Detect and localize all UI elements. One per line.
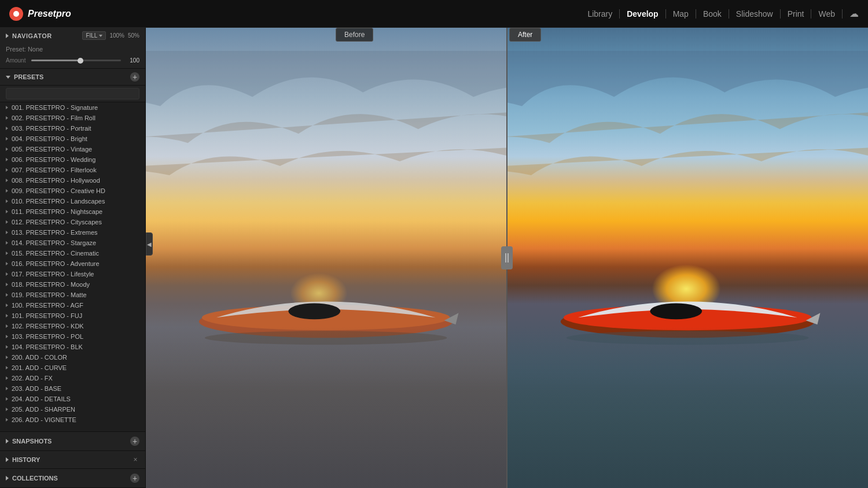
preset-item-005[interactable]: 005. PRESETPRO - Vintage (0, 144, 145, 154)
after-clouds (507, 51, 868, 235)
history-header[interactable]: History × (0, 451, 145, 469)
fill-chevron (99, 35, 102, 37)
preset-item-019[interactable]: 019. PRESETPRO - Matte (0, 290, 145, 300)
nav-slideshow[interactable]: Slideshow (729, 9, 781, 19)
preset-item-101[interactable]: 101. PRESETPRO - FUJ (0, 310, 145, 321)
nav-web[interactable]: Web (811, 9, 843, 19)
navigator-section: Navigator FILL 100% 50% Preset: None Amo… (0, 28, 145, 69)
search-box (0, 86, 145, 102)
preset-arrow (6, 293, 8, 297)
before-clouds (146, 51, 506, 235)
preset-item-002[interactable]: 002. PRESETPRO - Film Roll (0, 113, 145, 123)
preset-arrow (6, 314, 8, 317)
snapshots-header[interactable]: Snapshots + (0, 432, 145, 451)
preset-arrow (6, 106, 8, 109)
amount-thumb[interactable] (78, 58, 83, 64)
preset-item-206[interactable]: 206. ADD - VIGNETTE (0, 415, 145, 425)
amount-slider[interactable] (31, 60, 121, 61)
preset-arrow (6, 127, 8, 130)
zoom-100[interactable]: 100% (109, 32, 124, 39)
main-layout: Navigator FILL 100% 50% Preset: None Amo… (0, 28, 868, 488)
preset-name: 013. PRESETPRO - Extremes (12, 229, 98, 236)
after-scene (507, 28, 868, 488)
preset-item-103[interactable]: 103. PRESETPRO - POL (0, 331, 145, 342)
preset-arrow (6, 304, 8, 307)
left-sidebar-collapse[interactable]: ◀ (146, 232, 153, 256)
preset-item-007[interactable]: 007. PRESETPRO - Filterlook (0, 165, 145, 175)
preset-arrow (6, 418, 8, 422)
preset-item-013[interactable]: 013. PRESETPRO - Extremes (0, 227, 145, 238)
history-clear-button[interactable]: × (131, 456, 139, 464)
fill-button[interactable]: FILL (82, 31, 106, 40)
preset-arrow (6, 241, 8, 245)
preset-arrow (6, 189, 8, 193)
after-water (507, 327, 868, 488)
preset-item-011[interactable]: 011. PRESETPRO - Nightscape (0, 206, 145, 217)
add-collection-button[interactable]: + (130, 474, 139, 483)
preset-info: Preset: None (0, 43, 145, 55)
presets-title: Presets (6, 73, 43, 80)
nav-map[interactable]: Map (666, 9, 696, 19)
preset-arrow (6, 272, 8, 276)
collections-header[interactable]: Collections + (0, 469, 145, 488)
navigator-header[interactable]: Navigator FILL 100% 50% (0, 28, 145, 43)
preset-name: 005. PRESETPRO - Vintage (12, 146, 92, 153)
preset-item-102[interactable]: 102. PRESETPRO - KDK (0, 321, 145, 331)
preset-item-205[interactable]: 205. ADD - SHARPEN (0, 404, 145, 415)
before-after-divider[interactable] (506, 28, 507, 488)
amount-slider-fill (31, 60, 80, 61)
preset-item-202[interactable]: 202. ADD - FX (0, 373, 145, 383)
preset-item-010[interactable]: 010. PRESETPRO - Landscapes (0, 196, 145, 206)
snapshots-header-left: Snapshots (6, 438, 52, 445)
preset-name: 009. PRESETPRO - Creative HD (12, 187, 105, 194)
preset-name: 018. PRESETPRO - Moody (12, 281, 90, 288)
preset-item-016[interactable]: 016. PRESETPRO - Adventure (0, 258, 145, 269)
nav-print[interactable]: Print (781, 9, 812, 19)
preset-item-001[interactable]: 001. PRESETPRO - Signature (0, 102, 145, 113)
preset-item-015[interactable]: 015. PRESETPRO - Cinematic (0, 248, 145, 258)
preset-arrow (6, 210, 8, 213)
before-water (146, 327, 506, 488)
preset-item-203[interactable]: 203. ADD - BASE (0, 383, 145, 394)
preset-item-008[interactable]: 008. PRESETPRO - Hollywood (0, 175, 145, 186)
nav-book[interactable]: Book (696, 9, 729, 19)
nav-library[interactable]: Library (580, 9, 620, 19)
preset-item-018[interactable]: 018. PRESETPRO - Moody (0, 279, 145, 290)
divider-handle[interactable] (501, 246, 513, 269)
left-sidebar: Navigator FILL 100% 50% Preset: None Amo… (0, 28, 146, 488)
preset-item-009[interactable]: 009. PRESETPRO - Creative HD (0, 186, 145, 196)
preset-arrow (6, 137, 8, 141)
preset-item-006[interactable]: 006. PRESETPRO - Wedding (0, 154, 145, 165)
preset-arrow (6, 179, 8, 182)
preset-arrow (6, 397, 8, 401)
presets-list: 001. PRESETPRO - Signature002. PRESETPRO… (0, 102, 145, 431)
preset-arrow (6, 252, 8, 255)
preset-item-200[interactable]: 200. ADD - COLOR (0, 352, 145, 363)
preset-item-003[interactable]: 003. PRESETPRO - Portrait (0, 123, 145, 134)
preset-name: 016. PRESETPRO - Adventure (12, 260, 100, 267)
preset-name: 100. PRESETPRO - AGF (12, 302, 83, 309)
preset-item-017[interactable]: 017. PRESETPRO - Lifestyle (0, 269, 145, 279)
preset-item-201[interactable]: 201. ADD - CURVE (0, 363, 145, 373)
preset-search-input[interactable] (6, 88, 139, 99)
preset-item-104[interactable]: 104. PRESETPRO - BLK (0, 342, 145, 352)
navigator-chevron (6, 34, 9, 38)
preset-item-204[interactable]: 204. ADD - DETAILS (0, 394, 145, 404)
preset-item-012[interactable]: 012. PRESETPRO - Cityscapes (0, 217, 145, 227)
before-scene (146, 28, 506, 488)
add-snapshot-button[interactable]: + (130, 437, 139, 446)
history-chevron (6, 457, 9, 462)
navigator-title: Navigator (12, 32, 52, 39)
zoom-50[interactable]: 50% (128, 32, 139, 39)
preset-item-014[interactable]: 014. PRESETPRO - Stargaze (0, 238, 145, 248)
preset-item-100[interactable]: 100. PRESETPRO - AGF (0, 300, 145, 310)
preset-arrow (6, 158, 8, 161)
preset-arrow (6, 147, 8, 151)
divider-handle-icon (503, 252, 510, 264)
nav-develop[interactable]: Develop (620, 9, 665, 19)
preset-name: 206. ADD - VIGNETTE (12, 416, 76, 423)
collections-title: Collections (12, 475, 58, 482)
preset-item-004[interactable]: 004. PRESETPRO - Bright (0, 134, 145, 144)
app-title: Presetpro (28, 9, 71, 19)
add-preset-button[interactable]: + (130, 72, 139, 82)
